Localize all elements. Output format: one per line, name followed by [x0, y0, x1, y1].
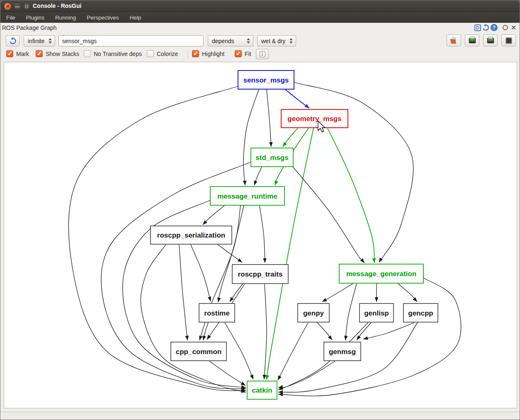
checkbox-box[interactable] [147, 50, 154, 57]
help-icon[interactable]: ? [491, 24, 498, 31]
menu-perspectives[interactable]: Perspectives [82, 13, 124, 22]
arrowhead [262, 375, 266, 379]
window-close-button[interactable]: ✕ [4, 2, 12, 10]
menubar: File Plugins Running Perspectives Help [0, 12, 520, 23]
node-label-catkin: catkin [252, 386, 272, 394]
window-title: Console - RosGui [33, 2, 81, 9]
checkbox-colorize[interactable]: Colorize [147, 50, 178, 57]
edge-geometry_msgs-message_generation [328, 128, 374, 263]
edge-message_generation-genpy [322, 284, 353, 302]
menu-plugins[interactable]: Plugins [21, 13, 49, 22]
edge-sensor_msgs-geometry_msgs [285, 90, 309, 108]
arrowhead [243, 181, 247, 185]
edge-sensor_msgs-message_runtime [243, 90, 259, 185]
menu-file[interactable]: File [1, 13, 20, 22]
package-type-value: wet & dry [261, 38, 285, 44]
refresh-graph-button[interactable] [6, 35, 19, 46]
edge-message_generation-catkin [278, 278, 461, 396]
save-drive-icon [486, 36, 495, 44]
spinner-arrows-icon[interactable] [245, 36, 251, 46]
node-label-rostime: rostime [204, 309, 229, 317]
edge-sensor_msgs-std_msgs [267, 90, 271, 147]
menu-running[interactable]: Running [50, 13, 81, 22]
arrowhead [202, 335, 206, 340]
reload-plugin-icon[interactable] [482, 24, 489, 31]
arrowhead [375, 297, 379, 302]
edge-cpp_common-catkin [209, 361, 245, 386]
panel-title: ROS Package Graph [2, 24, 57, 31]
zoom-one-to-one-button[interactable]: 1 [256, 49, 269, 59]
checkbox-box[interactable] [36, 50, 43, 57]
screenshot-button[interactable] [501, 34, 516, 46]
checkbox-box[interactable] [6, 50, 13, 57]
checkbox-mark[interactable]: Mark [6, 50, 29, 57]
arrowhead [250, 374, 253, 379]
package-type-combobox[interactable]: wet & dry [257, 35, 296, 46]
arrowhead [328, 335, 332, 340]
node-label-genpy: genpy [303, 309, 324, 317]
checkbox-box[interactable] [235, 50, 242, 57]
checkbox-highlight[interactable]: Highlight [192, 50, 224, 57]
edge-roscpp_traits-catkin [264, 284, 267, 379]
arrowhead [238, 258, 242, 262]
statusbar [0, 412, 520, 420]
edge-gencpp-genmsg [363, 323, 414, 339]
window-minimize-button[interactable]: — [13, 2, 21, 10]
spinner-arrows-icon[interactable] [288, 36, 294, 46]
arrowhead [278, 375, 282, 380]
edge-std_msgs-message_generation [292, 166, 364, 263]
graph-canvas[interactable]: sensor_msgsgeometry_msgsstd_msgsmessage_… [4, 62, 517, 408]
depth-value: infinite [28, 38, 44, 44]
save-dot-button[interactable] [465, 34, 479, 46]
edge-message_runtime-roscpp_traits [260, 206, 265, 263]
arrowhead [254, 180, 258, 185]
mouse-cursor [317, 121, 327, 133]
arrowhead [269, 142, 273, 147]
arrowhead [263, 258, 267, 263]
checkbox-fit[interactable]: Fit [235, 50, 251, 57]
node-label-message_runtime: message_runtime [217, 192, 277, 200]
arrowhead [344, 336, 348, 340]
load-dot-button[interactable] [447, 34, 461, 46]
toolbar-separator [188, 49, 188, 58]
checkbox-no-transitive-deps[interactable]: No Transitive deps [84, 50, 142, 57]
panel-header-icons: D ? ✕ [474, 24, 517, 31]
arrowhead [241, 381, 245, 386]
node-label-genlisp: genlisp [364, 309, 389, 317]
dock-icon[interactable]: D [474, 24, 481, 31]
node-label-cpp_common: cpp_common [176, 348, 222, 356]
checkbox-show-stacks[interactable]: Show Stacks [36, 50, 79, 57]
node-label-gencpp: gencpp [408, 309, 433, 317]
node-label-roscpp_serialization: roscpp_serialization [157, 231, 225, 239]
checkbox-label: Mark [16, 51, 29, 57]
depth-spinbox[interactable]: infinite [24, 35, 55, 46]
checkbox-label: Fit [245, 51, 251, 57]
direction-combobox[interactable]: depends [208, 35, 253, 46]
node-label-std_msgs: std_msgs [255, 154, 288, 162]
checkbox-box[interactable] [84, 50, 91, 57]
save-drive-icon [468, 36, 476, 44]
checkbox-label: Show Stacks [46, 51, 79, 57]
arrowhead [363, 336, 368, 340]
node-label-genmsg: genmsg [329, 348, 356, 356]
checkbox-label: Colorize [157, 51, 178, 57]
spinner-arrows-icon[interactable] [47, 36, 53, 46]
edge-rostime-catkin [225, 323, 253, 379]
arrowhead [357, 335, 361, 340]
dependency-graph: sensor_msgsgeometry_msgsstd_msgsmessage_… [4, 62, 518, 409]
edge-genmsg-catkin [278, 361, 335, 390]
arrowhead [208, 296, 211, 301]
arrowhead [278, 393, 283, 396]
close-panel-icon[interactable]: ✕ [510, 24, 517, 31]
arrowhead [217, 297, 221, 302]
save-image-button[interactable] [483, 34, 498, 46]
edge-message_generation-genmsg [345, 284, 357, 340]
refresh-icon [9, 37, 17, 45]
filter-input[interactable] [58, 35, 204, 46]
menu-help[interactable]: Help [125, 13, 146, 22]
window-maximize-button[interactable]: ▢ [23, 2, 31, 10]
float-panel-icon[interactable] [502, 24, 509, 31]
node-label-sensor_msgs: sensor_msgs [243, 76, 289, 84]
checkbox-box[interactable] [192, 50, 199, 57]
arrowhead [372, 258, 376, 263]
